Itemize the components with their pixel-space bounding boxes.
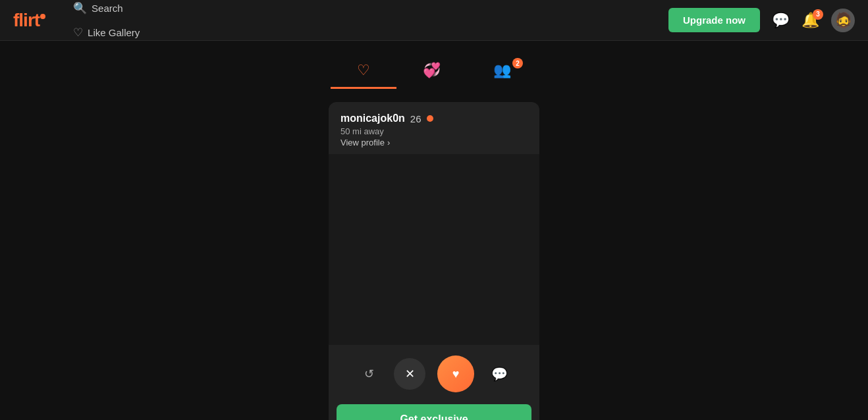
tab-mutual[interactable]: 💞	[396, 54, 467, 89]
nav-search-label: Search	[92, 3, 123, 14]
tab-likes[interactable]: ♡	[331, 54, 396, 89]
heart-tab-icon: ♡	[357, 62, 370, 79]
header-right: Upgrade now 💬 🔔 3 🧔	[668, 8, 855, 32]
notifications-badge: 3	[813, 9, 823, 20]
nav-like-gallery-label: Like Gallery	[88, 27, 140, 38]
get-exclusive-button[interactable]: Get exclusive	[337, 404, 531, 420]
nav-search[interactable]: 🔍 Search	[65, 0, 148, 20]
dislike-button[interactable]: ✕	[394, 358, 425, 390]
logo-dot	[40, 14, 45, 19]
chevron-right-icon: ›	[387, 138, 390, 147]
like-heart-icon: ♥	[452, 367, 460, 381]
mutual-tab-icon: 💞	[423, 62, 441, 79]
avatar[interactable]: 🧔	[831, 9, 855, 32]
card-age: 26	[410, 113, 421, 124]
visitors-badge: 2	[512, 58, 523, 68]
header: flirt 🔍 Search ♡ Like Gallery Upgrade no…	[0, 0, 868, 41]
close-icon: ✕	[405, 367, 415, 381]
search-icon: 🔍	[73, 1, 87, 15]
logo[interactable]: flirt	[13, 10, 45, 31]
card-distance: 50 mi away	[340, 126, 528, 136]
card-actions: ↺ ✕ ♥ 💬	[329, 345, 539, 404]
undo-button[interactable]: ↺	[356, 361, 382, 387]
online-indicator	[427, 115, 433, 122]
main: ♡ 💞 👥 2 monicajok0n 26 50 mi away View p…	[0, 41, 868, 420]
tab-visitors[interactable]: 👥 2	[467, 54, 537, 89]
nav-like-gallery[interactable]: ♡ Like Gallery	[65, 20, 148, 45]
chat-icon: 💬	[772, 12, 790, 29]
card-image	[329, 154, 539, 345]
card-info: monicajok0n 26 50 mi away View profile ›	[329, 102, 539, 154]
view-profile-label: View profile	[340, 138, 385, 147]
messages-button[interactable]: 💬	[772, 12, 790, 29]
heart-icon: ♡	[73, 26, 83, 39]
upgrade-button[interactable]: Upgrade now	[668, 8, 760, 32]
visitors-tab-icon: 👥	[493, 62, 511, 79]
message-icon: 💬	[491, 366, 508, 382]
card-user-row: monicajok0n 26	[340, 113, 528, 124]
undo-icon: ↺	[364, 367, 374, 381]
card-username: monicajok0n	[340, 113, 405, 124]
like-button[interactable]: ♥	[437, 355, 474, 392]
view-profile-link[interactable]: View profile ›	[340, 138, 528, 147]
nav: 🔍 Search ♡ Like Gallery	[65, 0, 153, 45]
avatar-image: 🧔	[834, 12, 852, 29]
message-button[interactable]: 💬	[486, 361, 512, 387]
notifications-button[interactable]: 🔔 3	[801, 12, 819, 29]
profile-card: monicajok0n 26 50 mi away View profile ›…	[329, 102, 539, 420]
tabs: ♡ 💞 👥 2	[331, 54, 537, 89]
logo-text: flirt	[13, 10, 40, 31]
